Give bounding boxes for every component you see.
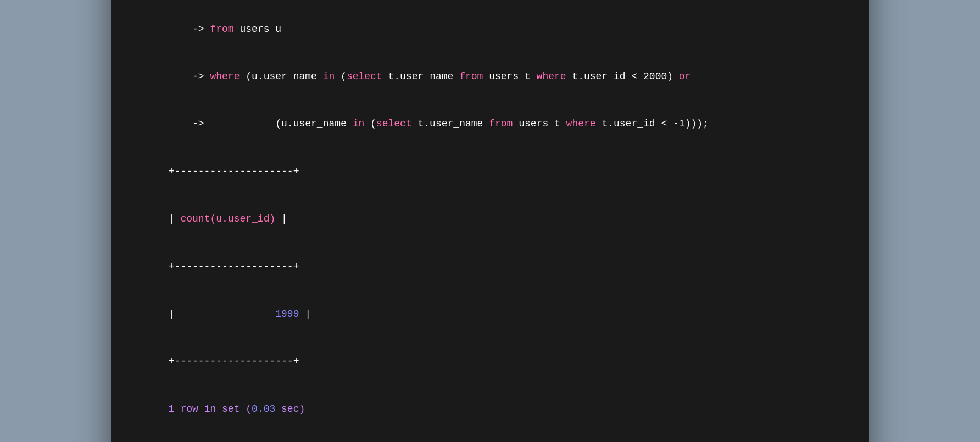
where-keyword-1: where	[210, 71, 240, 82]
in-keyword-2: in	[353, 118, 365, 129]
terminal-window: mysql> select count(u.user_id) -> from u…	[111, 0, 869, 442]
where-rest1: (u.user_name	[240, 71, 322, 82]
line3-rest4: t.user_id < -1)));	[596, 118, 709, 129]
table-border-top: +--------------------+	[133, 148, 847, 195]
where-keyword-3: where	[566, 118, 596, 129]
select-keyword-2: select	[347, 71, 382, 82]
row-info-3: sec)	[275, 404, 305, 415]
or-keyword: or	[679, 71, 691, 82]
arrow-4: ->	[169, 118, 210, 129]
line-2: -> from users u	[133, 5, 847, 53]
border-top-text: +--------------------+	[169, 166, 299, 177]
data-pipe-left: |	[169, 308, 275, 319]
arrow-3: ->	[169, 71, 210, 82]
line-3: -> where (u.user_name in (select t.user_…	[133, 53, 847, 100]
row-info-line: 1 row in set (0.03 sec)	[133, 385, 847, 433]
from-keyword-2: from	[459, 71, 483, 82]
where-rest2: (	[335, 71, 347, 82]
select-keyword-3: select	[376, 118, 412, 129]
line3-rest3: users t	[513, 118, 566, 129]
where-rest5: t.user_id < 2000)	[566, 71, 679, 82]
indent-rest: (u.user_name	[210, 118, 352, 129]
in-keyword-1: in	[323, 71, 335, 82]
border-bottom-text: +--------------------+	[169, 356, 299, 367]
data-pipe-right: |	[299, 308, 311, 319]
row-info-num: 0.03	[252, 404, 275, 415]
from-keyword-3: from	[489, 118, 513, 129]
border-mid-text: +--------------------+	[169, 261, 299, 272]
line3-rest: (	[364, 118, 376, 129]
table-border-bottom: +--------------------+	[133, 338, 847, 385]
header-pipe-left: |	[169, 213, 181, 224]
where-keyword-2: where	[537, 71, 566, 82]
empty-line	[133, 433, 847, 442]
line-1: mysql> select count(u.user_id)	[133, 0, 847, 5]
from-keyword-1: from	[210, 24, 233, 35]
table-data-row: | 1999 |	[133, 290, 847, 338]
table-border-mid: +--------------------+	[133, 243, 847, 290]
table-header-row: | count(u.user_id) |	[133, 195, 847, 242]
result-value: 1999	[275, 308, 299, 319]
where-rest4: users t	[483, 71, 536, 82]
row-info-2: row in set (	[180, 404, 252, 415]
column-header: count(u.user_id)	[180, 213, 275, 224]
line3-rest2: t.user_name	[412, 118, 489, 129]
where-rest3: t.user_name	[382, 71, 459, 82]
row-info-1: 1	[169, 404, 181, 415]
line-4: -> (u.user_name in (select t.user_name f…	[133, 101, 847, 148]
arrow-2: ->	[169, 24, 210, 35]
from-rest: users u	[234, 24, 281, 35]
terminal-body: mysql> select count(u.user_id) -> from u…	[111, 0, 869, 442]
header-pipe-right: |	[275, 213, 287, 224]
